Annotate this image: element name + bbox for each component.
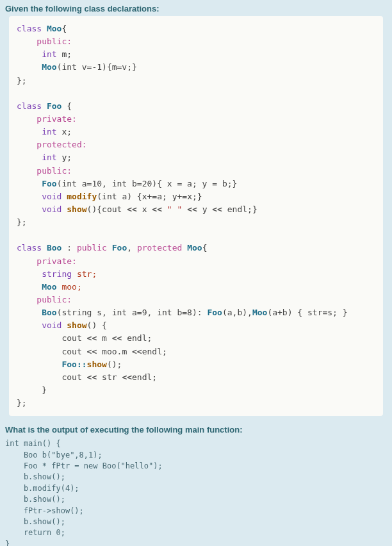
assign-rhs: s; } <box>327 308 347 317</box>
type-string: string <box>42 269 72 279</box>
type-boo: Boo <box>47 243 61 252</box>
main-line-6: b.show(); <box>5 495 65 504</box>
access-public: public: <box>37 295 72 304</box>
access-public: public: <box>37 166 72 176</box>
prompt-heading-2: What is the output of executing the foll… <box>0 421 392 437</box>
op-ins: << <box>87 347 97 356</box>
main-line-1: int main() { <box>5 439 61 448</box>
kw-public: public <box>77 243 107 252</box>
main-line-9: return 0; <box>5 528 65 537</box>
tok-str: str <box>97 372 122 382</box>
keyword-class: class <box>17 243 42 252</box>
base-foo: Foo <box>107 243 127 252</box>
keyword-class: class <box>17 24 42 33</box>
op-ins: << <box>87 333 97 343</box>
close-brace: }; <box>17 76 27 85</box>
ctor-boo: Boo <box>42 308 56 317</box>
ret-void: void <box>42 320 61 330</box>
tok-x: x <box>137 204 152 214</box>
type-moo: Moo <box>47 24 61 33</box>
colon: : <box>61 243 76 252</box>
type-int: int <box>42 153 56 162</box>
show-open: () { <box>87 320 107 330</box>
main-line-2: Boo b("bye",8,1); <box>5 451 102 459</box>
access-public: public: <box>37 37 72 46</box>
fn-show: show <box>67 204 86 214</box>
type-int: int <box>42 49 56 59</box>
init-foo-args: (a,b), <box>222 308 252 317</box>
op-ins: << <box>132 347 142 356</box>
type-foo: Foo <box>47 101 61 111</box>
tok-cout: cout <box>61 372 86 382</box>
ret-void: void <box>42 192 61 201</box>
tok-cout: cout <box>61 347 86 356</box>
type-int: int <box>42 127 56 136</box>
member-m: m; <box>61 49 72 59</box>
tok-cout: cout <box>61 333 86 343</box>
fn-modify-sig: (int a) {x+=a; y+=x;} <box>97 192 202 201</box>
close-brace: }; <box>17 398 27 408</box>
init-moo: Moo <box>252 308 267 317</box>
brace: { <box>202 243 208 252</box>
show-open: (){cout <box>87 204 127 214</box>
tok-str: " " <box>162 204 187 214</box>
tok-endl: endl;} <box>222 204 257 214</box>
member-y: y; <box>61 153 72 162</box>
tok-endl: endl; <box>122 333 152 343</box>
init-moo-args: (a+b) { str <box>267 308 322 317</box>
op-ins: << <box>152 204 162 214</box>
brace: { <box>61 101 72 111</box>
ctor-foo-sig: (int a=10, int b=20){ x = a; y = b;} <box>57 179 238 188</box>
kw-protected: protected <box>137 243 182 252</box>
member-moo: moo; <box>61 282 81 292</box>
member-x: x; <box>61 127 72 136</box>
close-brace: }; <box>17 217 27 227</box>
ret-void: void <box>42 204 61 214</box>
scope-foo: Foo:: <box>61 360 86 369</box>
keyword-class: class <box>17 101 42 111</box>
tok-y: y <box>197 204 212 214</box>
op-ins: << <box>87 372 97 382</box>
main-line-10: } <box>5 540 10 546</box>
comma: , <box>127 243 137 252</box>
op-ins: << <box>187 204 197 214</box>
call-end: (); <box>107 360 122 369</box>
access-private: private: <box>37 256 77 266</box>
call-show: show <box>87 360 107 369</box>
body-close: } <box>42 385 47 395</box>
member-str: str; <box>77 269 97 279</box>
access-protected: protected: <box>37 140 86 149</box>
op-ins: << <box>127 204 137 214</box>
ctor-boo-sig: (string s, int a=9, int b=8): <box>57 308 208 317</box>
tok-m: m <box>97 333 111 343</box>
brace: { <box>61 24 67 33</box>
fn-modify: modify <box>67 192 97 201</box>
init-foo: Foo <box>207 308 222 317</box>
op-ins: << <box>212 204 222 214</box>
access-private: private: <box>37 114 77 124</box>
code-block-declarations: class Moo{ public: int m; Moo(int v=-1){… <box>9 16 383 416</box>
tok-endl: endl; <box>132 372 157 382</box>
op-ins: << <box>122 372 132 382</box>
ctor-moo-sig: (int v=-1){m=v;} <box>57 62 137 72</box>
prompt-heading-1: Given the following class declarations: <box>0 0 392 16</box>
op-ins: << <box>112 333 122 343</box>
base-moo: Moo <box>182 243 202 252</box>
main-line-5: b.modify(4); <box>5 484 79 493</box>
type-moo-field: Moo <box>42 282 56 292</box>
tok-endl: endl; <box>142 347 167 356</box>
code-block-main: int main() { Boo b("bye",8,1); Foo * fPt… <box>3 437 389 546</box>
fn-show-boo: show <box>67 320 86 330</box>
ctor-moo: Moo <box>42 62 56 72</box>
tok-moo-m: moo.m <box>97 347 132 356</box>
main-line-4: b.show(); <box>5 472 65 481</box>
main-line-8: b.show(); <box>5 517 65 526</box>
main-line-3: Foo * fPtr = new Boo("hello"); <box>5 461 163 470</box>
ctor-foo: Foo <box>42 179 56 188</box>
main-line-7: fPtr->show(); <box>5 506 84 515</box>
